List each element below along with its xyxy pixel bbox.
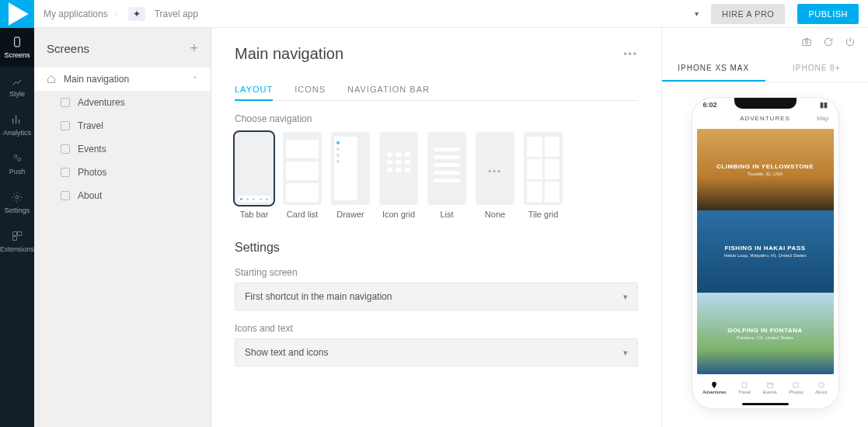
icons-text-label: Icons and text [235, 323, 638, 334]
svg-rect-11 [793, 383, 799, 387]
navopt-drawer[interactable]: Drawer [331, 132, 370, 219]
app-logo[interactable] [0, 0, 34, 28]
iconbar-push[interactable]: Push [0, 144, 34, 183]
svg-rect-6 [13, 237, 17, 241]
settings-heading: Settings [235, 241, 638, 255]
tab-adventures[interactable]: Adventures [702, 381, 726, 394]
svg-rect-0 [15, 37, 20, 47]
svg-rect-10 [767, 383, 772, 387]
iconbar-analytics[interactable]: Analytics [0, 106, 34, 144]
starting-screen-select[interactable]: First shortcut in the main navigation [235, 283, 638, 311]
card-golfing[interactable]: GOLFING IN FONTANAFontana, CA, United St… [697, 293, 834, 374]
notch [734, 98, 797, 109]
svg-rect-5 [18, 232, 22, 236]
screens-sidebar: Screens + Main navigation⌃ Adventures Tr… [34, 28, 211, 427]
power-icon[interactable] [845, 36, 856, 47]
tab-icons[interactable]: ICONS [295, 78, 326, 100]
left-iconbar: Screens Style Analytics Push Settings Ex… [0, 0, 34, 427]
sidebar-item-travel[interactable]: Travel [34, 114, 211, 137]
starting-screen-label: Starting screen [235, 267, 638, 278]
content-tabs: LAYOUT ICONS NAVIGATION BAR [235, 78, 638, 101]
preview-tab-8plus[interactable]: IPHONE 8+ [765, 56, 869, 82]
camera-icon[interactable] [801, 36, 812, 47]
svg-rect-4 [13, 232, 17, 236]
iconbar-extensions[interactable]: Extensions [0, 222, 34, 261]
icons-text-select[interactable]: Show text and icons [235, 338, 638, 366]
tab-about[interactable]: About [815, 381, 828, 394]
svg-point-3 [16, 196, 19, 199]
preview-tab-xs-max[interactable]: IPHONE XS MAX [662, 56, 765, 82]
sidebar-item-main-navigation[interactable]: Main navigation⌃ [34, 68, 211, 91]
navopt-tab-bar[interactable]: Tab bar [235, 132, 274, 219]
home-indicator [742, 403, 789, 405]
topbar: My applications 〉 ✦ Travel app ▾ HIRE A … [34, 0, 868, 28]
iconbar-settings[interactable]: Settings [0, 183, 34, 222]
navopt-none[interactable]: •••None [476, 132, 514, 219]
iconbar-style[interactable]: Style [0, 67, 34, 106]
tab-navigation-bar[interactable]: NAVIGATION BAR [347, 78, 430, 100]
sidebar-item-photos[interactable]: Photos [34, 161, 211, 184]
preview-header: ADVENTURESMap [692, 115, 838, 122]
preview-tabbar: Adventures Travel Events Photos About [697, 374, 834, 401]
chevron-up-icon: ⌃ [192, 75, 198, 83]
page-title: Main navigation [235, 45, 343, 63]
tab-photos[interactable]: Photos [789, 381, 804, 394]
breadcrumb-app[interactable]: Travel app [155, 9, 198, 19]
navopt-tile-grid[interactable]: Tile grid [524, 132, 563, 219]
breadcrumb-root[interactable]: My applications [44, 9, 108, 19]
card-fishing[interactable]: FISHING IN HAKAI PASSHakai Loop, Waipahu… [697, 210, 834, 292]
tab-layout[interactable]: LAYOUT [235, 78, 273, 100]
choose-navigation-label: Choose navigation [235, 113, 638, 124]
hire-a-pro-button[interactable]: HIRE A PRO [711, 4, 785, 24]
tab-events[interactable]: Events [763, 381, 777, 394]
sidebar-title: Screens [47, 42, 89, 55]
svg-point-2 [18, 158, 21, 161]
sidebar-item-adventures[interactable]: Adventures [34, 91, 211, 114]
sidebar-item-about[interactable]: About [34, 184, 211, 207]
card-climbing[interactable]: CLIMBING IN YELLOWSTONETootalik, ID, USA [697, 129, 834, 210]
svg-rect-7 [803, 40, 811, 46]
svg-rect-9 [742, 382, 747, 387]
device-preview: 6:02▮▮ ADVENTURESMap CLIMBING IN YELLOWS… [692, 98, 838, 408]
add-screen-button[interactable]: + [190, 40, 198, 57]
account-dropdown[interactable]: ▾ [688, 9, 705, 18]
refresh-icon[interactable] [823, 36, 834, 47]
svg-point-1 [14, 154, 17, 158]
iconbar-screens[interactable]: Screens [0, 28, 34, 67]
navopt-list[interactable]: List [427, 132, 466, 219]
publish-button[interactable]: PUBLISH [797, 4, 859, 24]
navopt-icon-grid[interactable]: Icon grid [379, 132, 418, 219]
tab-travel[interactable]: Travel [738, 381, 751, 394]
app-thumb-icon: ✦ [128, 7, 145, 21]
home-icon [47, 75, 56, 84]
sidebar-item-events[interactable]: Events [34, 137, 211, 161]
svg-point-8 [805, 41, 808, 44]
chevron-right-icon: 〉 [114, 9, 122, 19]
preview-panel: IPHONE XS MAX IPHONE 8+ 6:02▮▮ ADVENTURE… [661, 28, 868, 427]
more-menu-icon[interactable]: ••• [623, 49, 638, 60]
content-panel: Main navigation ••• LAYOUT ICONS NAVIGAT… [211, 28, 661, 427]
navopt-card-list[interactable]: Card list [283, 132, 322, 219]
